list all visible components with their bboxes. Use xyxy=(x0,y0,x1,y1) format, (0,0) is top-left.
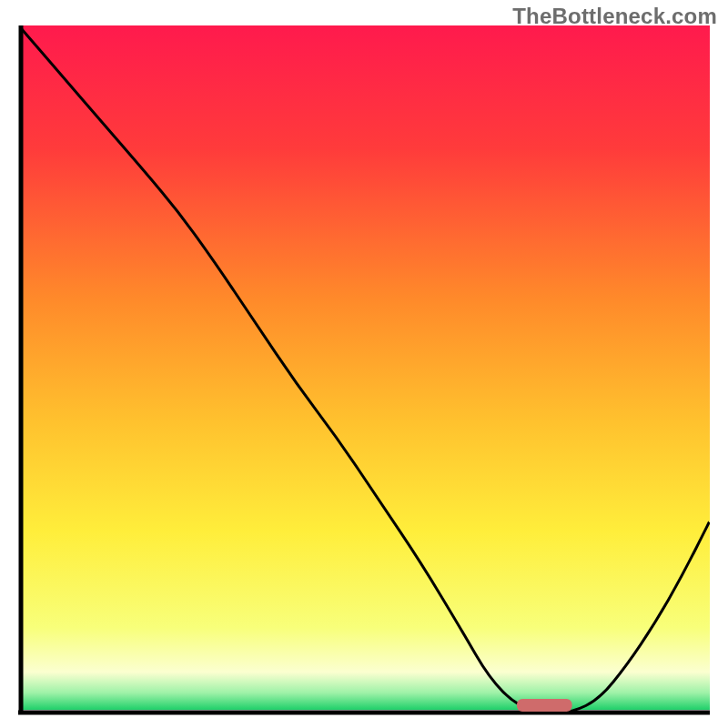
chart-plot xyxy=(18,25,710,717)
plot-background xyxy=(21,25,710,710)
optimal-marker xyxy=(517,699,572,712)
